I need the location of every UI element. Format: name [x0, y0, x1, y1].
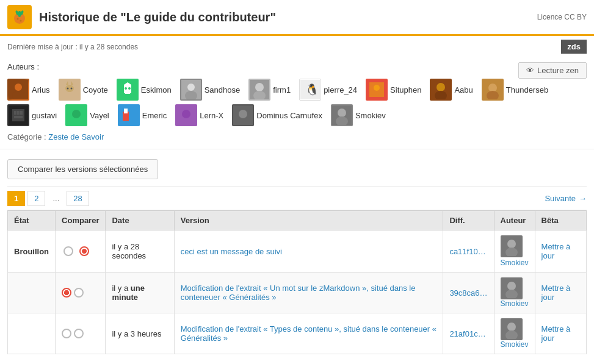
update-link-2[interactable]: Mettre à jour: [541, 284, 571, 302]
svg-rect-40: [14, 111, 16, 115]
diff-link-2[interactable]: 39c8ca6…: [449, 288, 487, 298]
top-bar: Dernière mise à jour : il y a 28 seconde…: [0, 36, 594, 57]
author-situphen[interactable]: Situphen: [366, 79, 421, 101]
svg-rect-31: [372, 92, 382, 97]
user-badge: zds: [561, 40, 587, 54]
category-line: Catégorie : Zeste de Savoir: [7, 132, 587, 141]
radio-mid-left[interactable]: [62, 288, 71, 298]
version-link-2[interactable]: Modification de l'extrait « Un mot sur l…: [181, 284, 416, 302]
diff-link-1[interactable]: ca11f10…: [449, 247, 485, 256]
col-state: État: [8, 211, 56, 230]
authors-section: Auteurs : 👁 Lecture zen Arius Coyote Esk…: [0, 57, 594, 149]
row1-state: Brouillon: [8, 230, 56, 273]
svg-point-24: [255, 83, 264, 91]
table-row: il y a une minute Modification de l'extr…: [8, 273, 587, 313]
version-link-1[interactable]: ceci est un message de suivi: [181, 247, 282, 256]
last-update-text: Dernière mise à jour : il y a 28 seconde…: [7, 43, 138, 51]
page-2[interactable]: 2: [27, 191, 45, 206]
author-gustavi[interactable]: gustavi: [7, 104, 57, 126]
row2-date: il y a une minute: [106, 273, 174, 313]
author-firm1[interactable]: firm1: [248, 79, 291, 101]
author-dominus[interactable]: Dominus Carnufex: [232, 104, 322, 126]
table-header-row: État Comparer Date Version Diff. Auteur …: [8, 211, 587, 230]
author-arius[interactable]: Arius: [7, 79, 50, 101]
row1-compare: [56, 230, 106, 273]
zen-reading-button[interactable]: 👁 Lecture zen: [518, 62, 587, 79]
row1-date: il y a 28 secondes: [106, 230, 174, 273]
svg-rect-42: [20, 111, 23, 115]
svg-point-17: [125, 87, 127, 90]
svg-point-13: [67, 88, 68, 90]
svg-text:🐧: 🐧: [305, 83, 319, 96]
author-lernx[interactable]: Lern-X: [175, 104, 223, 126]
row2-version: Modification de l'extrait « Un mot sur l…: [174, 273, 443, 313]
next-page-button[interactable]: Suivante →: [545, 194, 587, 203]
author-link-2[interactable]: Smokiev: [501, 299, 529, 308]
svg-point-36: [488, 84, 497, 92]
svg-rect-41: [17, 111, 20, 115]
page-header: Historique de "Le guide du contributeur"…: [0, 0, 594, 36]
author-emeric[interactable]: Emeric: [118, 104, 167, 126]
page-1[interactable]: 1: [7, 191, 25, 206]
row3-state: [8, 313, 56, 354]
radio-top-left[interactable]: [63, 246, 73, 256]
author-name-dominus: Dominus Carnufex: [256, 111, 322, 120]
svg-point-30: [374, 85, 380, 91]
page-28[interactable]: 28: [67, 191, 89, 206]
svg-point-33: [436, 83, 445, 91]
author-smokiev[interactable]: Smokiev: [331, 104, 386, 126]
row2-state: [8, 273, 56, 313]
compare-versions-button[interactable]: Comparer les versions sélectionnées: [7, 159, 158, 179]
author-name-gustavi: gustavi: [32, 111, 57, 120]
svg-point-7: [15, 84, 22, 91]
col-beta: Bêta: [535, 211, 586, 230]
category-link[interactable]: Zeste de Savoir: [48, 132, 104, 141]
radio-bot-right[interactable]: [74, 329, 84, 338]
row3-compare: [56, 313, 106, 354]
update-link-3[interactable]: Mettre à jour: [541, 324, 571, 343]
author-link-1[interactable]: Smokiev: [501, 259, 529, 267]
radio-top-right[interactable]: [79, 246, 89, 256]
author-eskimon[interactable]: Eskimon: [117, 79, 172, 101]
author-name-aabu: Aabu: [454, 85, 473, 95]
row3-version: Modification de l'extrait « Types de con…: [174, 313, 443, 354]
row2-compare: [56, 273, 106, 313]
author-name-situphen: Situphen: [390, 85, 421, 95]
author-vayel[interactable]: Vayel: [65, 104, 109, 126]
svg-point-18: [128, 87, 131, 90]
svg-point-5: [20, 20, 22, 22]
versions-table: État Comparer Date Version Diff. Auteur …: [7, 210, 587, 354]
page-title: Historique de "Le guide du contributeur": [39, 10, 537, 24]
col-version: Version: [174, 211, 443, 230]
diff-link-3[interactable]: 21af01c…: [449, 329, 485, 338]
versions-section: Comparer les versions sélectionnées 1 2 …: [0, 149, 594, 359]
authors-label: Auteurs :: [7, 62, 39, 71]
license-label: Licence CC BY: [537, 13, 587, 21]
col-author: Auteur: [494, 211, 535, 230]
row2-beta: Mettre à jour: [535, 273, 586, 313]
col-compare: Comparer: [56, 211, 106, 230]
update-link-1[interactable]: Mettre à jour: [541, 242, 571, 260]
row1-beta: Mettre à jour: [535, 230, 586, 273]
author-aabu[interactable]: Aabu: [430, 79, 473, 101]
svg-rect-43: [14, 116, 23, 118]
radio-mid-right[interactable]: [74, 288, 84, 298]
author-name-sandhose: Sandhose: [205, 85, 241, 95]
radio-bot-left[interactable]: [62, 329, 71, 338]
svg-point-53: [239, 110, 247, 118]
row1-author: Smokiev: [494, 230, 535, 273]
author-name-arius: Arius: [32, 85, 50, 95]
version-link-3[interactable]: Modification de l'extrait « Types de con…: [181, 324, 436, 343]
author-coyote[interactable]: Coyote: [59, 79, 108, 101]
author-pierre24[interactable]: 🐧 pierre_24: [299, 79, 357, 101]
author-link-3[interactable]: Smokiev: [501, 340, 529, 349]
author-name-firm1: firm1: [273, 85, 291, 95]
author-sandhose[interactable]: Sandhose: [180, 79, 241, 101]
page-ellipsis: ...: [48, 191, 64, 205]
col-date: Date: [106, 211, 174, 230]
author-thunderseb[interactable]: Thunderseb: [482, 79, 548, 101]
svg-rect-48: [124, 109, 128, 113]
author-name-coyote: Coyote: [83, 85, 108, 95]
row2-diff: 39c8ca6…: [443, 273, 494, 313]
author-name-smokiev: Smokiev: [355, 111, 386, 120]
